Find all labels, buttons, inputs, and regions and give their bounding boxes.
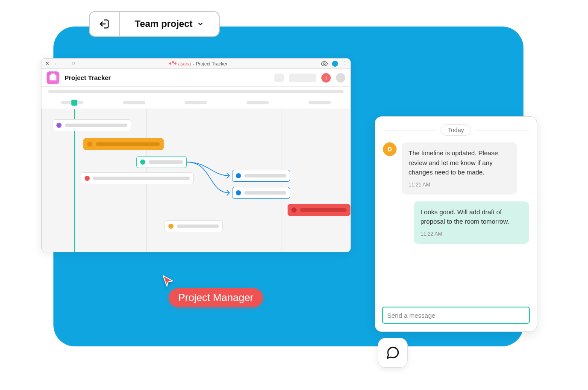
- status-dot: [332, 61, 338, 67]
- project-icon: [47, 71, 59, 84]
- asana-logo-icon: [169, 62, 176, 65]
- timeline-task[interactable]: [83, 138, 164, 150]
- column-header-placeholder: [185, 101, 207, 104]
- app-header: Project Tracker +: [41, 69, 350, 87]
- header-placeholder[interactable]: [289, 74, 316, 82]
- chat-message-time: 11:21 AM: [409, 181, 510, 189]
- avatar[interactable]: [336, 73, 345, 83]
- chat-bubble[interactable]: The timeline is updated. Please review a…: [402, 142, 517, 195]
- chat-message: D The timeline is updated. Please review…: [383, 142, 529, 195]
- header-placeholder[interactable]: [274, 74, 284, 82]
- chat-day-label: Today: [441, 124, 471, 136]
- timeline-columns-header: [41, 96, 350, 109]
- column-header-placeholder: [309, 101, 331, 104]
- today-marker-icon: [71, 100, 77, 106]
- svg-point-0: [323, 63, 325, 65]
- dropdown-label: Team project: [135, 18, 192, 30]
- chat-message: Looks good. Will add draft of proposal t…: [383, 201, 529, 244]
- team-project-dropdown[interactable]: Team project: [89, 11, 220, 37]
- tab-title: Project Tracker: [196, 61, 227, 66]
- cursor-icon: [162, 275, 174, 289]
- timeline-task[interactable]: [232, 170, 290, 182]
- chat-day-divider: Today: [383, 124, 529, 136]
- chat-panel: Today D The timeline is updated. Please …: [375, 116, 537, 332]
- project-title: Project Tracker: [65, 74, 111, 81]
- subheader-placeholder: [48, 90, 344, 93]
- chat-icon: [385, 346, 400, 360]
- more-icon[interactable]: ⋮: [342, 61, 347, 66]
- timeline-task[interactable]: [53, 119, 131, 131]
- chevron-down-icon: [197, 21, 204, 27]
- refresh-icon[interactable]: ⟳: [72, 61, 76, 66]
- add-button[interactable]: +: [321, 73, 331, 83]
- chat-message-text: Looks good. Will add draft of proposal t…: [420, 207, 522, 227]
- chat-bubble[interactable]: Looks good. Will add draft of proposal t…: [414, 201, 529, 244]
- timeline-task[interactable]: [288, 204, 350, 216]
- timeline-task[interactable]: [165, 220, 223, 232]
- chat-message-input[interactable]: [382, 307, 530, 324]
- brand-name: asana: [178, 61, 191, 66]
- chat-message-text: The timeline is updated. Please review a…: [409, 148, 510, 177]
- column-header-placeholder: [247, 101, 269, 104]
- browser-toolbar: ✕ ← → ⟳ asana - Project Tracker ⋮: [41, 59, 350, 69]
- chat-toggle-button[interactable]: [378, 338, 408, 368]
- timeline-body[interactable]: [41, 109, 350, 252]
- timeline-task[interactable]: [232, 187, 290, 199]
- forward-icon[interactable]: →: [63, 61, 68, 66]
- exit-icon[interactable]: [90, 12, 120, 36]
- cursor-role-label: Project Manager: [169, 288, 263, 307]
- project-tracker-window: ✕ ← → ⟳ asana - Project Tracker ⋮ Projec…: [41, 58, 351, 252]
- subheader: [41, 87, 350, 96]
- timeline-task[interactable]: [136, 156, 187, 168]
- back-icon[interactable]: ←: [54, 61, 59, 66]
- task-connector: [187, 160, 238, 198]
- close-icon[interactable]: ✕: [45, 60, 50, 67]
- chat-message-time: 11:22 AM: [420, 230, 522, 238]
- browser-tab-title: asana - Project Tracker: [80, 61, 317, 66]
- column-header-placeholder: [123, 101, 145, 104]
- avatar: D: [383, 142, 397, 156]
- timeline-task[interactable]: [81, 172, 194, 184]
- eye-icon[interactable]: [321, 60, 328, 67]
